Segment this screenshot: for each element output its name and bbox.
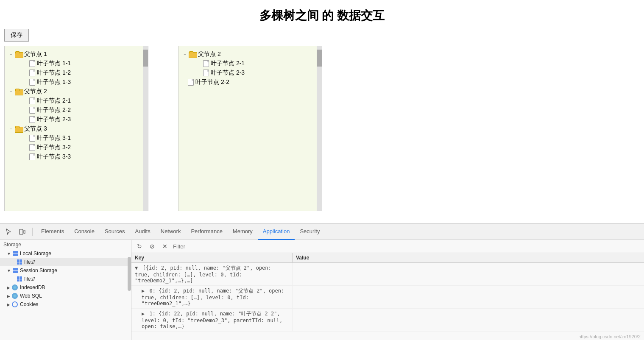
col-header-key: Key <box>131 253 293 262</box>
tree1-content: －父节点 1叶子节点 1-1叶子节点 1-2叶子节点 1-3－父节点 2叶子节点… <box>5 46 148 165</box>
expand-row-0[interactable]: ▼ <box>135 265 138 271</box>
expand-row-1[interactable]: ▶ <box>142 288 145 294</box>
file-icon <box>29 60 35 67</box>
expand-icon-websql: ▶ <box>7 294 10 298</box>
tab-memory[interactable]: Memory <box>228 224 258 240</box>
clear-button[interactable]: ✕ <box>160 242 170 251</box>
sidebar-item-session-storage[interactable]: ▼ Session Storage <box>0 266 131 275</box>
tree-node[interactable]: 叶子节点 2-1 <box>23 96 146 106</box>
tree-node[interactable]: －父节点 3 <box>8 124 146 134</box>
table-header: Key Value <box>131 253 644 263</box>
table-row[interactable]: ▶ 1: {id: 22, pId: null, name: "叶子节点 2-2… <box>131 309 644 332</box>
expand-icon[interactable]: － <box>8 51 14 57</box>
tree2-scrollbar[interactable] <box>317 46 322 211</box>
tree-node[interactable]: 叶子节点 2-3 <box>23 115 146 124</box>
sidebar-item-cookies[interactable]: ▶ Cookies <box>0 300 131 309</box>
file-icon <box>188 79 194 86</box>
expand-icon[interactable]: － <box>8 126 14 132</box>
file-icon <box>29 135 35 142</box>
tree-node[interactable]: 叶子节点 1-2 <box>23 68 146 78</box>
table-row[interactable]: ▼ [{id: 2, pId: null, name: "父节点 2", ope… <box>131 263 644 286</box>
sidebar-item-websql[interactable]: ▶ Web SQL <box>0 292 131 300</box>
sidebar-item-local-storage-file[interactable]: file:// <box>0 258 131 266</box>
tree-node[interactable]: 叶子节点 3-2 <box>23 143 146 152</box>
file-icon <box>203 60 209 67</box>
websql-icon <box>12 293 18 299</box>
tab-elements[interactable]: Elements <box>36 224 69 240</box>
devtools-toolbar: ↻ ⊘ ✕ <box>131 240 644 253</box>
table-cell-value-0 <box>293 263 644 285</box>
no-entry-button[interactable]: ⊘ <box>148 242 157 251</box>
file-icon <box>29 98 35 104</box>
tree-node[interactable]: 叶子节点 3-1 <box>23 134 146 143</box>
tree-node[interactable]: 叶子节点 2-1 <box>197 59 320 68</box>
cookies-label: Cookies <box>20 301 38 307</box>
tree-node[interactable]: －父节点 2 <box>182 50 320 59</box>
file-icon <box>29 144 35 151</box>
tab-audits[interactable]: Audits <box>130 224 156 240</box>
tree-node[interactable]: 叶子节点 2-2 <box>182 78 320 87</box>
local-storage-label: Local Storage <box>20 251 51 256</box>
file-icon <box>29 107 35 114</box>
tree2-scrollbar-thumb[interactable] <box>317 50 322 67</box>
tab-sources[interactable]: Sources <box>100 224 130 240</box>
device-icon[interactable] <box>17 227 27 237</box>
expand-icon-cookies: ▶ <box>7 302 10 307</box>
sidebar-scrollbar-thumb[interactable] <box>128 257 131 291</box>
top-area: 多棵树之间 的 数据交互 保存 －父节点 1叶子节点 1-1叶子节点 1-2叶子… <box>0 0 644 211</box>
sidebar-item-session-storage-file[interactable]: file:// <box>0 275 131 283</box>
sidebar-scrollbar[interactable] <box>128 240 131 340</box>
tree-node[interactable]: 叶子节点 2-2 <box>23 106 146 115</box>
tab-network[interactable]: Network <box>156 224 186 240</box>
expand-icon[interactable]: － <box>182 51 188 57</box>
table-row[interactable]: ▶ 0: {id: 2, pId: null, name: "父节点 2", o… <box>131 286 644 309</box>
svg-rect-0 <box>20 229 23 234</box>
tab-security[interactable]: Security <box>295 224 325 240</box>
save-button[interactable]: 保存 <box>4 29 29 42</box>
filter-input[interactable] <box>173 243 641 250</box>
tree-panel-1: －父节点 1叶子节点 1-1叶子节点 1-2叶子节点 1-3－父节点 2叶子节点… <box>4 46 148 211</box>
tab-performance[interactable]: Performance <box>186 224 227 240</box>
tree-node[interactable]: 叶子节点 2-3 <box>197 68 320 78</box>
tab-console[interactable]: Console <box>69 224 100 240</box>
tab-application[interactable]: Application <box>258 224 295 240</box>
devtools-sidebar: Storage ▼ Local Storage file:// ▼ Se <box>0 240 131 340</box>
table-key-0: [{id: 2, pId: null, name: "父节点 2", open:… <box>135 265 271 284</box>
refresh-button[interactable]: ↻ <box>135 242 144 251</box>
node-label: 叶子节点 2-3 <box>211 69 245 77</box>
session-storage-grid-icon <box>13 268 18 273</box>
devtools-panel: Elements Console Sources Audits Network … <box>0 223 644 340</box>
tree-node[interactable]: －父节点 2 <box>8 87 146 96</box>
tree-node[interactable]: 叶子节点 1-3 <box>23 78 146 87</box>
devtools-main: ↻ ⊘ ✕ Key Value ▼ [{id: 2, pId: null, na… <box>131 240 644 340</box>
node-label: 叶子节点 1-1 <box>37 60 71 67</box>
table-key-1: 0: {id: 2, pId: null, name: "父节点 2", ope… <box>142 288 284 307</box>
table-cell-value-2 <box>293 309 644 331</box>
session-storage-file-label: file:// <box>24 276 35 282</box>
tree1-scrollbar-thumb[interactable] <box>143 50 148 67</box>
devtools-table: ▼ [{id: 2, pId: null, name: "父节点 2", ope… <box>131 263 644 340</box>
tree-node[interactable]: －父节点 1 <box>8 50 146 59</box>
table-cell-key-0: ▼ [{id: 2, pId: null, name: "父节点 2", ope… <box>131 263 293 285</box>
tree-node[interactable]: 叶子节点 3-3 <box>23 152 146 162</box>
node-label: 叶子节点 2-2 <box>37 106 71 114</box>
trees-container: －父节点 1叶子节点 1-1叶子节点 1-2叶子节点 1-3－父节点 2叶子节点… <box>0 46 644 211</box>
sidebar-item-indexeddb[interactable]: ▶ IndexedDB <box>0 283 131 292</box>
folder-icon <box>189 51 196 57</box>
tree1-scrollbar[interactable] <box>143 46 148 211</box>
indexeddb-label: IndexedDB <box>20 284 45 290</box>
node-label: 叶子节点 2-1 <box>211 60 245 67</box>
node-label: 叶子节点 2-3 <box>37 116 71 123</box>
expand-row-2[interactable]: ▶ <box>142 311 145 317</box>
page-title: 多棵树之间 的 数据交互 <box>0 0 644 29</box>
sidebar-item-local-storage[interactable]: ▼ Local Storage <box>0 249 131 258</box>
tree-node[interactable]: 叶子节点 1-1 <box>23 59 146 68</box>
folder-icon <box>15 51 22 57</box>
expand-icon[interactable]: － <box>8 89 14 95</box>
storage-section-label: Storage <box>0 240 131 249</box>
table-cell-key-1: ▶ 0: {id: 2, pId: null, name: "父节点 2", o… <box>131 286 293 308</box>
node-label: 父节点 2 <box>24 88 47 95</box>
tab-separator <box>32 228 33 236</box>
cursor-icon[interactable] <box>3 227 14 237</box>
devtools-tabs: Elements Console Sources Audits Network … <box>0 224 644 240</box>
